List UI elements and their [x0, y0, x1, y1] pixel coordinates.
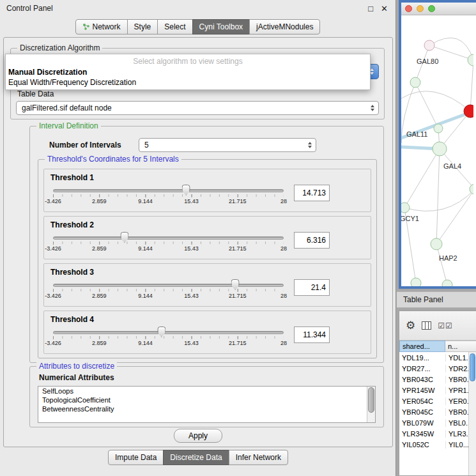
scale-label: 9.144	[138, 245, 153, 252]
scale-label: 28	[280, 198, 287, 204]
scale-label: 28	[280, 293, 287, 299]
network-node[interactable]	[433, 142, 447, 156]
table-row[interactable]: YLR345WYLR3...	[399, 428, 476, 439]
network-node[interactable]	[442, 280, 452, 286]
list-item[interactable]: SelfLoops	[38, 387, 375, 395]
slider-track[interactable]	[53, 331, 284, 334]
slider-track[interactable]	[53, 284, 284, 287]
numerical-attributes-list[interactable]: SelfLoops TopologicalCoefficient Between…	[38, 386, 376, 423]
tab-jactivemnodules[interactable]: jActiveMNodules	[249, 19, 320, 35]
numerical-attributes-label: Numerical Attributes	[39, 373, 114, 382]
threshold-4-panel: Threshold 4 -3.426 2.859 9.144 15.43 21.…	[43, 311, 371, 354]
list-item[interactable]: BetweennessCentrality	[38, 404, 375, 413]
table-row[interactable]: YDL19...YDL1...	[399, 352, 476, 363]
network-node[interactable]	[468, 54, 473, 66]
network-node[interactable]	[424, 40, 434, 50]
threshold-1-value[interactable]: 14.713	[294, 185, 330, 201]
group-title-discretization-algorithm: Discretization Algorithm	[17, 43, 102, 52]
threshold-2-slider[interactable]: -3.426 2.859 9.144 15.43 21.715 28	[53, 231, 284, 254]
attributes-to-discretize-group: Attributes to discretize Numerical Attri…	[29, 366, 384, 427]
column-header-shared-name[interactable]: shared...	[399, 341, 445, 352]
columns-icon[interactable]	[422, 321, 431, 330]
table-row[interactable]: YER054CYER0...	[399, 395, 476, 406]
slider-track[interactable]	[53, 189, 284, 192]
control-panel-titlebar: Control Panel □ ✕	[0, 0, 395, 17]
tab-infer-network-label: Infer Network	[236, 453, 281, 462]
tab-cyni-toolbox[interactable]: Cyni Toolbox	[192, 19, 250, 35]
tab-select-label: Select	[164, 22, 185, 31]
list-item[interactable]: TopologicalCoefficient	[38, 395, 375, 404]
popup-option-equal-width[interactable]: Equal Width/Frequency Discretization	[6, 77, 370, 88]
gear-icon[interactable]: ⚙	[406, 320, 415, 331]
table-row[interactable]: YBL079WYBL0...	[399, 417, 476, 428]
scale-label: 28	[280, 340, 287, 346]
tab-discretize-data[interactable]: Discretize Data	[163, 450, 229, 465]
control-panel-window: Control Panel □ ✕ Network Style Select C…	[0, 0, 396, 476]
table-row[interactable]: YDR27...YDR2...	[399, 363, 476, 374]
cell-shared-name: YBL079W	[399, 419, 445, 427]
close-icon[interactable]: ✕	[381, 4, 388, 13]
threshold-4-slider[interactable]: -3.426 2.859 9.144 15.43 21.715 28	[53, 325, 284, 348]
scale-label: 21.715	[229, 245, 247, 252]
tab-impute-data[interactable]: Impute Data	[108, 450, 164, 465]
table-row[interactable]: YPR145WYPR1...	[399, 385, 476, 395]
scale-label: -3.426	[45, 198, 61, 204]
tab-select[interactable]: Select	[157, 19, 192, 35]
threshold-3-value[interactable]: 21.4	[294, 279, 330, 296]
network-node-selected-red[interactable]	[464, 105, 473, 118]
scale-label: 9.144	[138, 340, 153, 346]
table-scrollbar-thumb[interactable]	[470, 353, 475, 381]
slider-scale: -3.426 2.859 9.144 15.43 21.715 28	[53, 198, 284, 206]
network-node[interactable]	[410, 77, 420, 88]
tab-network-label: Network	[93, 22, 121, 31]
tab-cyni-toolbox-label: Cyni Toolbox	[199, 22, 243, 31]
scale-label: 15.43	[184, 198, 199, 204]
network-node[interactable]	[470, 184, 473, 194]
list-scrollbar-thumb[interactable]	[368, 387, 374, 413]
combo-arrows-icon	[371, 105, 374, 111]
network-view-window: GAL80 GAL11 GAL4 GCY1 HAP2	[399, 0, 476, 289]
tab-style[interactable]: Style	[127, 19, 158, 35]
slider-ticks	[53, 336, 284, 339]
close-traffic-light[interactable]	[405, 5, 412, 12]
zoom-traffic-light[interactable]	[428, 5, 435, 12]
minimize-traffic-light[interactable]	[417, 5, 424, 12]
table-scrollbar[interactable]	[468, 352, 476, 475]
popup-option-manual-discretization[interactable]: Manual Discretization	[6, 67, 370, 77]
table-row[interactable]: YBR043CYBR0...	[399, 374, 476, 385]
network-node[interactable]	[411, 278, 421, 286]
table-toolbar: ⚙ ☑☑	[399, 311, 476, 341]
apply-button[interactable]: Apply	[174, 429, 222, 443]
slider-scale: -3.426 2.859 9.144 15.43 21.715 28	[53, 293, 284, 300]
group-title-attributes: Attributes to discretize	[36, 362, 117, 371]
scale-label: 21.715	[229, 340, 247, 346]
node-label-gal11: GAL11	[406, 130, 427, 138]
tab-infer-network[interactable]: Infer Network	[229, 450, 288, 465]
interval-definition-group: Interval Definition Number of Intervals …	[29, 126, 384, 363]
table-row[interactable]: YBR045CYBR0...	[399, 406, 476, 417]
threshold-2-value[interactable]: 6.316	[294, 232, 330, 249]
table-data-value: galFiltered.sif default node	[22, 104, 112, 112]
scale-label: -3.426	[45, 340, 61, 346]
tab-network[interactable]: Network	[75, 19, 128, 35]
threshold-3-slider[interactable]: -3.426 2.859 9.144 15.43 21.715 28	[53, 278, 284, 301]
column-header-name[interactable]: n...	[445, 341, 476, 352]
network-canvas[interactable]: GAL80 GAL11 GAL4 GCY1 HAP2	[401, 15, 476, 286]
threshold-1-slider[interactable]: -3.426 2.859 9.144 15.43 21.715 28	[53, 183, 284, 206]
threshold-4-value[interactable]: 11.344	[294, 326, 330, 343]
network-node[interactable]	[431, 238, 442, 250]
scale-label: 2.859	[92, 293, 107, 299]
network-node[interactable]	[401, 203, 410, 213]
cell-shared-name: YPR145W	[399, 387, 445, 394]
float-window-icon[interactable]: □	[368, 4, 373, 13]
table-data-select[interactable]: galFiltered.sif default node	[16, 101, 379, 115]
control-panel-tabbar: Network Style Select Cyni Toolbox jActiv…	[0, 17, 395, 37]
cell-shared-name: YBR043C	[399, 376, 445, 383]
slider-track[interactable]	[53, 236, 284, 240]
bottom-tabbar: Impute Data Discretize Data Infer Networ…	[0, 450, 396, 465]
table-row[interactable]: YIL052CYIL0...	[399, 439, 476, 450]
network-node[interactable]	[434, 124, 443, 133]
number-of-intervals-select[interactable]: 5	[139, 138, 316, 152]
list-scrollbar[interactable]	[367, 387, 375, 422]
select-columns-checkboxes-icon[interactable]: ☑☑	[438, 321, 453, 330]
